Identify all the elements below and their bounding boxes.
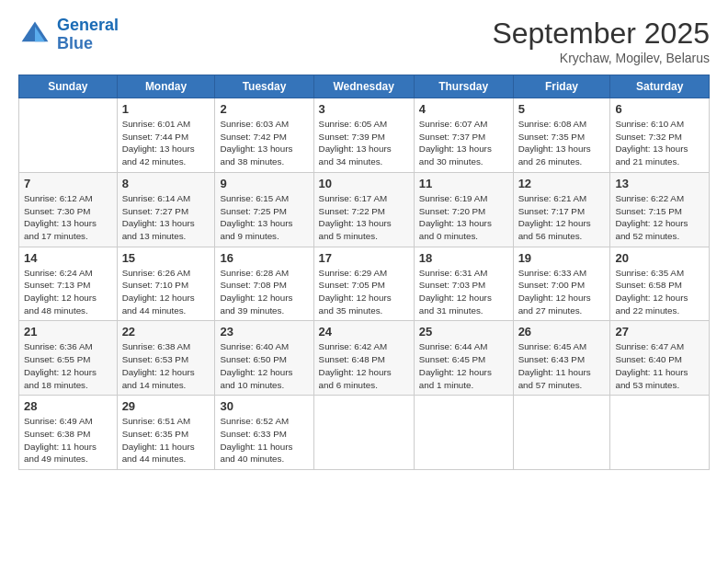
day-number: 6	[615, 102, 704, 116]
calendar-cell: 18Sunrise: 6:31 AM Sunset: 7:03 PM Dayli…	[414, 247, 513, 321]
day-number: 5	[518, 102, 606, 116]
day-info: Sunrise: 6:49 AM Sunset: 6:38 PM Dayligh…	[24, 415, 112, 465]
day-info: Sunrise: 6:22 AM Sunset: 7:15 PM Dayligh…	[615, 192, 704, 243]
calendar-cell: 11Sunrise: 6:19 AM Sunset: 7:20 PM Dayli…	[414, 172, 513, 247]
calendar-cell: 9Sunrise: 6:15 AM Sunset: 7:25 PM Daylig…	[215, 172, 313, 247]
day-info: Sunrise: 6:38 AM Sunset: 6:53 PM Dayligh…	[122, 340, 210, 391]
day-info: Sunrise: 6:10 AM Sunset: 7:32 PM Dayligh…	[615, 118, 704, 168]
day-number: 15	[122, 251, 210, 265]
day-number: 26	[518, 325, 606, 339]
calendar-cell: 21Sunrise: 6:36 AM Sunset: 6:55 PM Dayli…	[19, 321, 118, 396]
logo-line2: Blue	[57, 35, 119, 53]
day-number: 22	[122, 325, 210, 339]
day-info: Sunrise: 6:33 AM Sunset: 7:00 PM Dayligh…	[518, 267, 606, 317]
day-info: Sunrise: 6:42 AM Sunset: 6:48 PM Dayligh…	[319, 340, 409, 391]
calendar-cell	[513, 396, 610, 470]
calendar-cell: 27Sunrise: 6:47 AM Sunset: 6:40 PM Dayli…	[610, 321, 710, 396]
day-number: 14	[24, 251, 112, 265]
day-info: Sunrise: 6:40 AM Sunset: 6:50 PM Dayligh…	[220, 340, 308, 391]
day-info: Sunrise: 6:29 AM Sunset: 7:05 PM Dayligh…	[319, 267, 409, 317]
day-info: Sunrise: 6:47 AM Sunset: 6:40 PM Dayligh…	[615, 340, 704, 391]
calendar-cell: 25Sunrise: 6:44 AM Sunset: 6:45 PM Dayli…	[414, 321, 513, 396]
day-info: Sunrise: 6:51 AM Sunset: 6:35 PM Dayligh…	[122, 415, 210, 465]
day-number: 30	[220, 399, 308, 413]
calendar-cell: 4Sunrise: 6:07 AM Sunset: 7:37 PM Daylig…	[414, 98, 513, 173]
calendar-cell: 28Sunrise: 6:49 AM Sunset: 6:38 PM Dayli…	[19, 396, 118, 470]
day-number: 19	[518, 251, 606, 265]
calendar-cell: 20Sunrise: 6:35 AM Sunset: 6:58 PM Dayli…	[610, 247, 710, 321]
day-info: Sunrise: 6:52 AM Sunset: 6:33 PM Dayligh…	[220, 415, 308, 465]
day-number: 17	[319, 251, 409, 265]
calendar-cell	[19, 98, 118, 173]
month-title: September 2025	[492, 17, 710, 51]
day-number: 20	[615, 251, 704, 265]
day-number: 28	[24, 399, 112, 413]
day-header-saturday: Saturday	[610, 75, 710, 98]
day-number: 18	[419, 251, 508, 265]
week-row-4: 21Sunrise: 6:36 AM Sunset: 6:55 PM Dayli…	[19, 321, 710, 396]
location-subtitle: Krychaw, Mogilev, Belarus	[492, 51, 710, 65]
day-header-sunday: Sunday	[19, 75, 118, 98]
day-info: Sunrise: 6:44 AM Sunset: 6:45 PM Dayligh…	[419, 340, 508, 391]
calendar-cell: 26Sunrise: 6:45 AM Sunset: 6:43 PM Dayli…	[513, 321, 610, 396]
day-number: 12	[518, 177, 606, 190]
day-number: 2	[220, 102, 308, 116]
day-info: Sunrise: 6:19 AM Sunset: 7:20 PM Dayligh…	[419, 192, 508, 243]
calendar-cell: 7Sunrise: 6:12 AM Sunset: 7:30 PM Daylig…	[19, 172, 118, 247]
calendar-cell	[313, 396, 414, 470]
logo-icon	[18, 18, 51, 52]
calendar-cell: 2Sunrise: 6:03 AM Sunset: 7:42 PM Daylig…	[215, 98, 313, 173]
day-info: Sunrise: 6:26 AM Sunset: 7:10 PM Dayligh…	[122, 267, 210, 317]
calendar-cell: 1Sunrise: 6:01 AM Sunset: 7:44 PM Daylig…	[117, 98, 215, 173]
calendar-cell: 3Sunrise: 6:05 AM Sunset: 7:39 PM Daylig…	[313, 98, 414, 173]
day-info: Sunrise: 6:21 AM Sunset: 7:17 PM Dayligh…	[518, 192, 606, 243]
calendar-cell: 6Sunrise: 6:10 AM Sunset: 7:32 PM Daylig…	[610, 98, 710, 173]
day-number: 13	[615, 177, 704, 190]
day-header-tuesday: Tuesday	[215, 75, 313, 98]
week-row-5: 28Sunrise: 6:49 AM Sunset: 6:38 PM Dayli…	[19, 396, 710, 470]
day-info: Sunrise: 6:31 AM Sunset: 7:03 PM Dayligh…	[419, 267, 508, 317]
calendar-cell: 5Sunrise: 6:08 AM Sunset: 7:35 PM Daylig…	[513, 98, 610, 173]
day-number: 3	[319, 102, 409, 116]
calendar-cell: 15Sunrise: 6:26 AM Sunset: 7:10 PM Dayli…	[117, 247, 215, 321]
calendar-cell: 19Sunrise: 6:33 AM Sunset: 7:00 PM Dayli…	[513, 247, 610, 321]
calendar-cell: 10Sunrise: 6:17 AM Sunset: 7:22 PM Dayli…	[313, 172, 414, 247]
header-row: SundayMondayTuesdayWednesdayThursdayFrid…	[19, 75, 710, 98]
logo: General Blue	[18, 17, 119, 53]
day-info: Sunrise: 6:14 AM Sunset: 7:27 PM Dayligh…	[122, 192, 210, 243]
day-info: Sunrise: 6:35 AM Sunset: 6:58 PM Dayligh…	[615, 267, 704, 317]
day-number: 10	[319, 177, 409, 190]
day-info: Sunrise: 6:01 AM Sunset: 7:44 PM Dayligh…	[122, 118, 210, 168]
calendar-cell: 24Sunrise: 6:42 AM Sunset: 6:48 PM Dayli…	[313, 321, 414, 396]
logo-text: General Blue	[57, 17, 119, 53]
day-info: Sunrise: 6:28 AM Sunset: 7:08 PM Dayligh…	[220, 267, 308, 317]
day-number: 16	[220, 251, 308, 265]
day-info: Sunrise: 6:45 AM Sunset: 6:43 PM Dayligh…	[518, 340, 606, 391]
day-info: Sunrise: 6:17 AM Sunset: 7:22 PM Dayligh…	[319, 192, 409, 243]
calendar-cell: 30Sunrise: 6:52 AM Sunset: 6:33 PM Dayli…	[215, 396, 313, 470]
day-header-monday: Monday	[117, 75, 215, 98]
day-number: 1	[122, 102, 210, 116]
calendar-cell: 22Sunrise: 6:38 AM Sunset: 6:53 PM Dayli…	[117, 321, 215, 396]
day-number: 11	[419, 177, 508, 190]
day-info: Sunrise: 6:36 AM Sunset: 6:55 PM Dayligh…	[24, 340, 112, 391]
day-info: Sunrise: 6:15 AM Sunset: 7:25 PM Dayligh…	[220, 192, 308, 243]
day-info: Sunrise: 6:05 AM Sunset: 7:39 PM Dayligh…	[319, 118, 409, 168]
day-number: 24	[319, 325, 409, 339]
calendar-cell: 13Sunrise: 6:22 AM Sunset: 7:15 PM Dayli…	[610, 172, 710, 247]
day-number: 29	[122, 399, 210, 413]
calendar-cell	[610, 396, 710, 470]
calendar-cell: 8Sunrise: 6:14 AM Sunset: 7:27 PM Daylig…	[117, 172, 215, 247]
calendar-cell: 17Sunrise: 6:29 AM Sunset: 7:05 PM Dayli…	[313, 247, 414, 321]
day-info: Sunrise: 6:07 AM Sunset: 7:37 PM Dayligh…	[419, 118, 508, 168]
calendar-table: SundayMondayTuesdayWednesdayThursdayFrid…	[18, 75, 710, 470]
calendar-cell	[414, 396, 513, 470]
calendar-cell: 29Sunrise: 6:51 AM Sunset: 6:35 PM Dayli…	[117, 396, 215, 470]
day-number: 7	[24, 177, 112, 190]
day-number: 8	[122, 177, 210, 190]
day-info: Sunrise: 6:12 AM Sunset: 7:30 PM Dayligh…	[24, 192, 112, 243]
calendar-cell: 14Sunrise: 6:24 AM Sunset: 7:13 PM Dayli…	[19, 247, 118, 321]
day-header-thursday: Thursday	[414, 75, 513, 98]
day-number: 9	[220, 177, 308, 190]
day-number: 4	[419, 102, 508, 116]
